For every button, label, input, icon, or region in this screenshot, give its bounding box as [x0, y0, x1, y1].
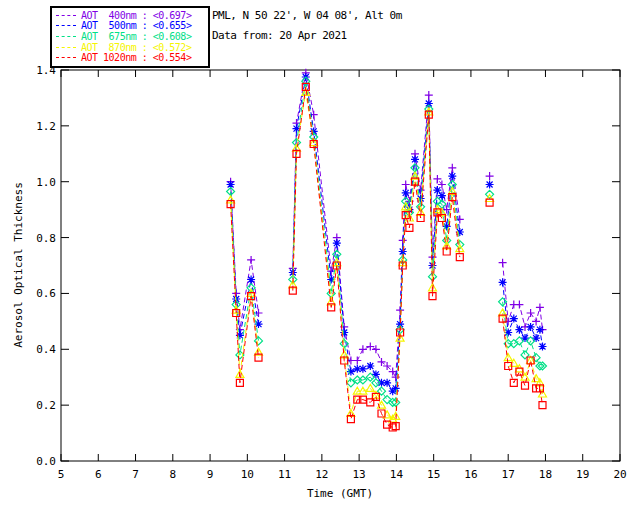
legend-item-1020nm: AOT 1020nm : <0.554> [56, 52, 204, 63]
x-tick-label: 12 [315, 468, 328, 481]
legend-dash-swatch [56, 25, 76, 26]
series-aot-500nm [227, 73, 547, 395]
station-info: PML, N 50 22', W 04 08', Alt 0m [212, 6, 402, 26]
x-tick-label: 17 [502, 468, 515, 481]
legend-item-870nm: AOT 870nm : <0.572> [56, 42, 204, 53]
y-tick-label: 1.2 [36, 120, 56, 133]
triangle-markers [227, 88, 547, 422]
x-tick-label: 8 [169, 468, 176, 481]
x-tick-label: 7 [132, 468, 139, 481]
legend-item-500nm: AOT 500nm : <0.655> [56, 21, 204, 32]
legend-label: AOT 500nm : <0.655> [81, 20, 191, 31]
x-axis-label: Time (GMT) [307, 487, 373, 500]
legend-dash-swatch [56, 47, 76, 48]
legend-dash-swatch [56, 57, 76, 58]
legend-label: AOT 400nm : <0.697> [81, 10, 191, 21]
series-aot-675nm [227, 77, 547, 406]
x-tick-label: 15 [427, 468, 440, 481]
series-layer [227, 69, 547, 431]
x-tick-label: 11 [278, 468, 291, 481]
x-tick-label: 16 [464, 468, 477, 481]
x-tick-label: 14 [390, 468, 404, 481]
x-tick-label: 13 [353, 468, 366, 481]
legend: AOT 400nm : <0.697> AOT 500nm : <0.655> … [50, 6, 210, 68]
series-line [293, 77, 460, 391]
diamond-markers [227, 77, 547, 406]
aot-chart: Time (GMT) Aerosol Optical Thickness 567… [0, 0, 640, 512]
legend-item-675nm: AOT 675nm : <0.608> [56, 31, 204, 42]
y-tick-label: 0.2 [36, 399, 56, 412]
x-tick-label: 10 [241, 468, 254, 481]
x-tick-label: 19 [576, 468, 589, 481]
y-axis-label: Aerosol Optical Thickness [12, 182, 25, 348]
series-aot-870nm [227, 88, 547, 422]
legend-item-400nm: AOT 400nm : <0.697> [56, 10, 204, 21]
y-tick-label: 0.0 [36, 455, 56, 468]
x-tick-label: 6 [95, 468, 102, 481]
y-tick-label: 0.4 [36, 343, 56, 356]
series-aot-400nm [227, 69, 547, 381]
x-tick-label: 20 [613, 468, 626, 481]
y-tick-label: 0.8 [36, 232, 56, 245]
legend-label: AOT 675nm : <0.608> [81, 31, 191, 42]
legend-dash-swatch [56, 15, 76, 16]
series-line [293, 81, 460, 402]
y-tick-label: 0.6 [36, 287, 56, 300]
legend-dash-swatch [56, 36, 76, 37]
asterisk-markers [227, 73, 547, 395]
data-date: Data from: 20 Apr 2021 [212, 26, 402, 46]
x-tick-label: 18 [539, 468, 552, 481]
legend-label: AOT 870nm : <0.572> [81, 42, 191, 53]
y-tick-label: 1.0 [36, 176, 56, 189]
x-tick-label: 5 [58, 468, 65, 481]
aot-plot-screen: Time (GMT) Aerosol Optical Thickness 567… [0, 0, 640, 512]
plot-header: PML, N 50 22', W 04 08', Alt 0m Data fro… [212, 6, 402, 46]
plus-markers [227, 69, 547, 381]
legend-label: AOT 1020nm : <0.554> [81, 52, 191, 63]
x-tick-label: 9 [207, 468, 214, 481]
